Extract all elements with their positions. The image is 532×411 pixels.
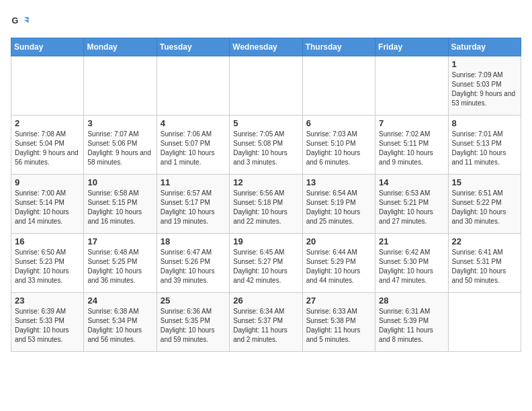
logo: G [11,13,32,32]
day-info: Sunrise: 7:05 AM Sunset: 5:08 PM Dayligh… [233,130,298,167]
calendar-cell: 10Sunrise: 6:58 AM Sunset: 5:15 PM Dayli… [84,175,157,234]
calendar-cell: 16Sunrise: 6:50 AM Sunset: 5:23 PM Dayli… [11,234,84,293]
calendar-cell: 7Sunrise: 7:02 AM Sunset: 5:11 PM Daylig… [375,116,448,175]
calendar-cell: 21Sunrise: 6:42 AM Sunset: 5:30 PM Dayli… [375,234,448,293]
day-number: 12 [233,177,298,187]
calendar-cell: 8Sunrise: 7:01 AM Sunset: 5:13 PM Daylig… [448,116,521,175]
day-number: 1 [452,59,517,69]
calendar-cell: 28Sunrise: 6:31 AM Sunset: 5:39 PM Dayli… [375,293,448,352]
logo-icon: G [11,13,30,32]
day-number: 5 [233,118,298,128]
day-number: 18 [161,236,226,246]
weekday-friday: Friday [375,38,448,56]
day-info: Sunrise: 6:54 AM Sunset: 5:19 PM Dayligh… [306,189,371,226]
calendar-cell: 23Sunrise: 6:39 AM Sunset: 5:33 PM Dayli… [11,293,84,352]
day-info: Sunrise: 7:08 AM Sunset: 5:04 PM Dayligh… [15,130,80,167]
day-number: 8 [452,118,517,128]
calendar-cell: 6Sunrise: 7:03 AM Sunset: 5:10 PM Daylig… [302,116,375,175]
weekday-sunday: Sunday [11,38,84,56]
calendar-cell: 25Sunrise: 6:36 AM Sunset: 5:35 PM Dayli… [157,293,229,352]
calendar-cell: 14Sunrise: 6:53 AM Sunset: 5:21 PM Dayli… [375,175,448,234]
calendar-container: G SundayMondayTuesdayWednesdayThursdayFr… [0,0,532,363]
day-info: Sunrise: 6:57 AM Sunset: 5:17 PM Dayligh… [161,189,226,226]
day-number: 20 [306,236,371,246]
day-info: Sunrise: 6:48 AM Sunset: 5:25 PM Dayligh… [87,248,152,285]
day-number: 11 [161,177,226,187]
day-info: Sunrise: 7:01 AM Sunset: 5:13 PM Dayligh… [452,130,517,167]
week-row-1: 1Sunrise: 7:09 AM Sunset: 5:03 PM Daylig… [11,56,521,116]
day-number: 7 [379,118,444,128]
day-info: Sunrise: 6:34 AM Sunset: 5:37 PM Dayligh… [233,307,298,345]
calendar-cell [375,56,448,116]
day-info: Sunrise: 7:06 AM Sunset: 5:07 PM Dayligh… [161,130,226,167]
calendar-cell: 5Sunrise: 7:05 AM Sunset: 5:08 PM Daylig… [230,116,302,175]
weekday-tuesday: Tuesday [157,38,229,56]
calendar-cell: 22Sunrise: 6:41 AM Sunset: 5:31 PM Dayli… [448,234,521,293]
day-info: Sunrise: 6:41 AM Sunset: 5:31 PM Dayligh… [452,248,517,285]
svg-marker-1 [24,17,29,20]
day-info: Sunrise: 6:45 AM Sunset: 5:27 PM Dayligh… [233,248,298,285]
calendar-table: SundayMondayTuesdayWednesdayThursdayFrid… [11,38,521,352]
day-info: Sunrise: 6:38 AM Sunset: 5:34 PM Dayligh… [87,307,152,345]
calendar-cell: 3Sunrise: 7:07 AM Sunset: 5:06 PM Daylig… [84,116,157,175]
calendar-cell [230,56,302,116]
day-info: Sunrise: 6:53 AM Sunset: 5:21 PM Dayligh… [379,189,444,226]
day-info: Sunrise: 7:07 AM Sunset: 5:06 PM Dayligh… [87,130,152,167]
calendar-cell: 1Sunrise: 7:09 AM Sunset: 5:03 PM Daylig… [448,56,521,116]
day-number: 4 [161,118,226,128]
day-info: Sunrise: 6:47 AM Sunset: 5:26 PM Dayligh… [161,248,226,285]
day-info: Sunrise: 7:00 AM Sunset: 5:14 PM Dayligh… [15,189,80,226]
weekday-header-row: SundayMondayTuesdayWednesdayThursdayFrid… [11,38,521,56]
weekday-thursday: Thursday [302,38,375,56]
day-number: 27 [306,295,371,306]
calendar-cell: 11Sunrise: 6:57 AM Sunset: 5:17 PM Dayli… [157,175,229,234]
calendar-cell: 2Sunrise: 7:08 AM Sunset: 5:04 PM Daylig… [11,116,84,175]
day-info: Sunrise: 6:44 AM Sunset: 5:29 PM Dayligh… [306,248,371,285]
weekday-monday: Monday [84,38,157,56]
day-info: Sunrise: 7:03 AM Sunset: 5:10 PM Dayligh… [306,130,371,167]
day-number: 23 [15,295,80,306]
week-row-4: 16Sunrise: 6:50 AM Sunset: 5:23 PM Dayli… [11,234,521,293]
weekday-wednesday: Wednesday [230,38,302,56]
day-info: Sunrise: 7:09 AM Sunset: 5:03 PM Dayligh… [452,71,517,108]
day-number: 25 [161,295,226,306]
week-row-3: 9Sunrise: 7:00 AM Sunset: 5:14 PM Daylig… [11,175,521,234]
day-info: Sunrise: 6:36 AM Sunset: 5:35 PM Dayligh… [161,307,226,345]
calendar-cell: 24Sunrise: 6:38 AM Sunset: 5:34 PM Dayli… [84,293,157,352]
day-number: 22 [452,236,517,246]
calendar-cell [11,56,84,116]
day-number: 21 [379,236,444,246]
calendar-cell: 4Sunrise: 7:06 AM Sunset: 5:07 PM Daylig… [157,116,229,175]
calendar-cell [448,293,521,352]
calendar-cell [84,56,157,116]
day-info: Sunrise: 6:58 AM Sunset: 5:15 PM Dayligh… [87,189,152,226]
day-info: Sunrise: 6:56 AM Sunset: 5:18 PM Dayligh… [233,189,298,226]
calendar-cell: 18Sunrise: 6:47 AM Sunset: 5:26 PM Dayli… [157,234,229,293]
svg-text:G: G [11,16,18,26]
day-number: 14 [379,177,444,187]
calendar-cell: 17Sunrise: 6:48 AM Sunset: 5:25 PM Dayli… [84,234,157,293]
day-info: Sunrise: 6:42 AM Sunset: 5:30 PM Dayligh… [379,248,444,285]
calendar-cell: 19Sunrise: 6:45 AM Sunset: 5:27 PM Dayli… [230,234,302,293]
day-number: 15 [452,177,517,187]
week-row-5: 23Sunrise: 6:39 AM Sunset: 5:33 PM Dayli… [11,293,521,352]
calendar-cell: 9Sunrise: 7:00 AM Sunset: 5:14 PM Daylig… [11,175,84,234]
day-number: 17 [87,236,152,246]
day-number: 28 [379,295,444,306]
day-number: 16 [15,236,80,246]
calendar-cell: 12Sunrise: 6:56 AM Sunset: 5:18 PM Dayli… [230,175,302,234]
calendar-cell: 13Sunrise: 6:54 AM Sunset: 5:19 PM Dayli… [302,175,375,234]
day-info: Sunrise: 6:39 AM Sunset: 5:33 PM Dayligh… [15,307,80,345]
header-section: G [11,11,521,32]
day-number: 24 [87,295,152,306]
day-info: Sunrise: 6:31 AM Sunset: 5:39 PM Dayligh… [379,307,444,345]
day-info: Sunrise: 7:02 AM Sunset: 5:11 PM Dayligh… [379,130,444,167]
day-info: Sunrise: 6:33 AM Sunset: 5:38 PM Dayligh… [306,307,371,345]
calendar-cell: 26Sunrise: 6:34 AM Sunset: 5:37 PM Dayli… [230,293,302,352]
day-number: 2 [15,118,80,128]
day-number: 10 [87,177,152,187]
calendar-cell [157,56,229,116]
week-row-2: 2Sunrise: 7:08 AM Sunset: 5:04 PM Daylig… [11,116,521,175]
calendar-cell: 20Sunrise: 6:44 AM Sunset: 5:29 PM Dayli… [302,234,375,293]
day-info: Sunrise: 6:50 AM Sunset: 5:23 PM Dayligh… [15,248,80,285]
